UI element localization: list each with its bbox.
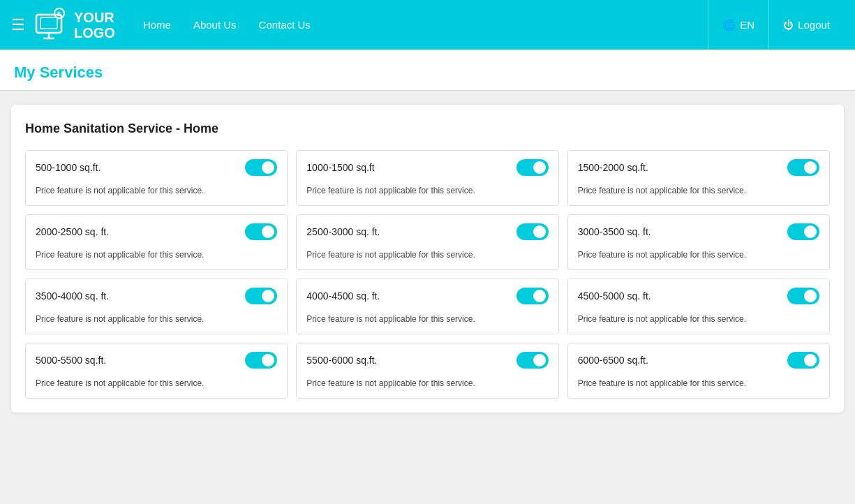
service-item: 4500-5000 sq. ft. Price feature is not a… [567, 279, 830, 334]
navbar: ☰ $ YOUR LOGO Home About Us Contact Us 🌐… [0, 0, 855, 50]
toggle-slider [787, 288, 819, 304]
service-item-note: Price feature is not applicable for this… [578, 314, 819, 324]
service-title: Home Sanitation Service - Home [25, 121, 830, 136]
nav-right: 🌐 EN ⏻ Logout [708, 0, 844, 50]
service-item: 3500-4000 sq. ft. Price feature is not a… [25, 279, 288, 334]
service-item-header: 2000-2500 sq. ft. [36, 223, 277, 240]
service-item: 5500-6000 sq.ft. Price feature is not ap… [296, 343, 558, 399]
service-item-label: 2000-2500 sq. ft. [36, 226, 109, 237]
service-item-label: 1000-1500 sq.ft [306, 162, 374, 173]
toggle-slider [516, 288, 549, 304]
service-item-label: 3500-4000 sq. ft. [36, 290, 109, 302]
service-item-label: 4000-4500 sq. ft. [306, 290, 380, 302]
toggle-slider [245, 159, 277, 176]
service-item-label: 5000-5500 sq.ft. [36, 355, 106, 366]
service-item: 2000-2500 sq. ft. Price feature is not a… [25, 214, 288, 270]
service-item: 4000-4500 sq. ft. Price feature is not a… [296, 279, 558, 334]
service-toggle[interactable] [787, 159, 819, 176]
service-toggle[interactable] [245, 159, 277, 176]
service-item-label: 2500-3000 sq. ft. [306, 226, 380, 237]
globe-icon: 🌐 [722, 19, 736, 31]
page-title: My Services [14, 64, 841, 82]
service-item-note: Price feature is not applicable for this… [36, 186, 277, 195]
page-header: My Services [0, 50, 855, 91]
svg-text:$: $ [57, 10, 61, 17]
service-toggle[interactable] [516, 159, 549, 176]
toggle-slider [516, 223, 549, 240]
power-icon: ⏻ [783, 19, 794, 31]
service-item-header: 1000-1500 sq.ft [306, 159, 548, 176]
service-item-note: Price feature is not applicable for this… [578, 250, 819, 260]
service-toggle[interactable] [245, 352, 277, 369]
service-item-label: 500-1000 sq.ft. [36, 162, 101, 173]
logo: $ YOUR LOGO [34, 8, 115, 43]
toggle-slider [245, 288, 277, 304]
service-item-note: Price feature is not applicable for this… [36, 314, 277, 324]
service-toggle[interactable] [245, 223, 277, 240]
service-item-header: 5500-6000 sq.ft. [306, 352, 548, 369]
service-toggle[interactable] [787, 223, 819, 240]
logo-icon: $ [34, 8, 68, 43]
service-container: Home Sanitation Service - Home 500-1000 … [11, 105, 844, 413]
service-grid: 500-1000 sq.ft. Price feature is not app… [25, 150, 830, 399]
service-item: 500-1000 sq.ft. Price feature is not app… [25, 150, 288, 206]
service-item-note: Price feature is not applicable for this… [578, 378, 819, 388]
main-content: Home Sanitation Service - Home 500-1000 … [0, 91, 855, 503]
svg-rect-1 [40, 17, 57, 29]
service-item-header: 2500-3000 sq. ft. [306, 223, 548, 240]
service-item: 5000-5500 sq.ft. Price feature is not ap… [25, 343, 288, 399]
logo-text: YOUR LOGO [74, 10, 115, 40]
service-toggle[interactable] [516, 223, 549, 240]
service-item-label: 3000-3500 sq. ft. [578, 226, 651, 237]
service-item-header: 5000-5500 sq.ft. [36, 352, 277, 369]
service-item-note: Price feature is not applicable for this… [306, 250, 548, 260]
toggle-slider [245, 352, 277, 369]
toggle-slider [787, 223, 819, 240]
nav-link-about[interactable]: About Us [193, 19, 237, 31]
service-toggle[interactable] [245, 288, 277, 304]
service-item-header: 3000-3500 sq. ft. [578, 223, 819, 240]
toggle-slider [516, 352, 549, 369]
service-item-note: Price feature is not applicable for this… [36, 378, 277, 388]
service-item-note: Price feature is not applicable for this… [306, 314, 548, 324]
logout-button[interactable]: ⏻ Logout [768, 0, 844, 50]
service-item-note: Price feature is not applicable for this… [36, 250, 277, 260]
service-toggle[interactable] [787, 352, 819, 369]
language-label: EN [740, 19, 754, 31]
service-item-label: 4500-5000 sq. ft. [578, 290, 651, 302]
toggle-slider [787, 159, 819, 176]
service-item: 1000-1500 sq.ft Price feature is not app… [296, 150, 558, 206]
logout-label: Logout [798, 19, 830, 31]
service-item-note: Price feature is not applicable for this… [306, 186, 548, 195]
service-item-header: 4000-4500 sq. ft. [306, 288, 548, 304]
service-item-note: Price feature is not applicable for this… [578, 186, 819, 195]
toggle-slider [787, 352, 819, 369]
service-toggle[interactable] [516, 352, 549, 369]
toggle-slider [516, 159, 549, 176]
hamburger-icon[interactable]: ☰ [11, 16, 25, 34]
service-item: 2500-3000 sq. ft. Price feature is not a… [296, 214, 558, 270]
service-item-header: 6000-6500 sq.ft. [578, 352, 819, 369]
toggle-slider [245, 223, 277, 240]
service-item-header: 1500-2000 sq.ft. [578, 159, 819, 176]
service-item-label: 5500-6000 sq.ft. [306, 355, 377, 366]
service-toggle[interactable] [787, 288, 819, 304]
service-item-label: 6000-6500 sq.ft. [578, 355, 648, 366]
service-item-header: 3500-4000 sq. ft. [36, 288, 277, 304]
service-item: 6000-6500 sq.ft. Price feature is not ap… [567, 343, 830, 399]
service-item-label: 1500-2000 sq.ft. [578, 162, 648, 173]
service-item: 1500-2000 sq.ft. Price feature is not ap… [567, 150, 830, 206]
service-item: 3000-3500 sq. ft. Price feature is not a… [567, 214, 830, 270]
language-button[interactable]: 🌐 EN [708, 0, 768, 50]
nav-links: Home About Us Contact Us [143, 19, 708, 31]
service-item-header: 500-1000 sq.ft. [36, 159, 277, 176]
nav-link-home[interactable]: Home [143, 19, 171, 31]
service-toggle[interactable] [516, 288, 549, 304]
nav-link-contact[interactable]: Contact Us [259, 19, 311, 31]
service-item-header: 4500-5000 sq. ft. [578, 288, 819, 304]
service-item-note: Price feature is not applicable for this… [306, 378, 548, 388]
